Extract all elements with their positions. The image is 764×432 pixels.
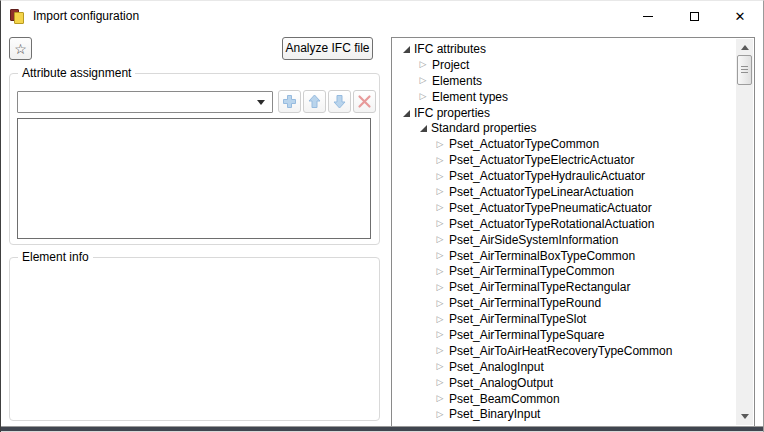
tree-item[interactable]: ▷Pset_ActuatorTypeHydraulicActuator: [392, 168, 736, 184]
tree-item[interactable]: ▷Element types: [392, 89, 736, 105]
chevron-down-icon: [257, 100, 265, 105]
expander-closed-icon[interactable]: ▷: [417, 92, 429, 101]
expander-closed-icon[interactable]: ▷: [434, 187, 446, 196]
tree-item[interactable]: ▷Pset_AirTerminalTypeRound: [392, 295, 736, 311]
expander-closed-icon[interactable]: ▷: [434, 378, 446, 387]
expander-closed-icon[interactable]: ▷: [434, 283, 446, 292]
x-icon: [357, 94, 372, 109]
tree-item[interactable]: ▷Pset_ActuatorTypeCommon: [392, 136, 736, 152]
tree-item[interactable]: ▷Pset_AirTerminalTypeSquare: [392, 327, 736, 343]
expander-closed-icon[interactable]: ▷: [434, 172, 446, 181]
tree-item-label: Elements: [432, 74, 482, 88]
import-configuration-dialog: Import configuration ✕ ☆ Analyze IFC fil…: [0, 0, 764, 432]
scrollbar-thumb[interactable]: [737, 55, 752, 85]
maximize-icon: [690, 12, 699, 21]
tree-item[interactable]: ▷Project: [392, 57, 736, 73]
tree-item-label: Pset_AnalogOutput: [449, 376, 553, 390]
tree-item-label: Pset_AirToAirHeatRecoveryTypeCommon: [449, 344, 672, 358]
tree-item-label: Project: [432, 58, 469, 72]
triangle-down-icon: [741, 414, 749, 419]
expander-closed-icon[interactable]: ▷: [417, 76, 429, 85]
expander-closed-icon[interactable]: ▷: [434, 315, 446, 324]
tree-item-label: Pset_AirSideSystemInformation: [449, 233, 618, 247]
tree-item[interactable]: ▷Pset_BeamCommon: [392, 391, 736, 407]
tree-item[interactable]: ▷Pset_AirTerminalTypeCommon: [392, 263, 736, 279]
scroll-down-button[interactable]: [736, 408, 753, 425]
tree-item[interactable]: ▷Pset_BinaryInput: [392, 406, 736, 422]
tree-item[interactable]: ▷Pset_ActuatorTypePneumaticActuator: [392, 200, 736, 216]
tree-item-label: Pset_AirTerminalBoxTypeCommon: [449, 249, 635, 263]
tree-item[interactable]: ▷Pset_AirTerminalTypeRectangular: [392, 279, 736, 295]
tree-item[interactable]: ▷Pset_AirTerminalTypeSlot: [392, 311, 736, 327]
expander-closed-icon[interactable]: ▷: [434, 140, 446, 149]
tree-item-label: Standard properties: [431, 121, 536, 135]
expander-closed-icon[interactable]: ▷: [434, 235, 446, 244]
tree-item-label: Pset_BeamCommon: [449, 392, 560, 406]
tree-item[interactable]: ▷Pset_ActuatorTypeElectricActuator: [392, 152, 736, 168]
close-button[interactable]: ✕: [717, 1, 763, 31]
expander-closed-icon[interactable]: ▷: [434, 394, 446, 403]
tree-item-label: Pset_AirTerminalTypeRectangular: [449, 280, 630, 294]
attribute-assignment-list[interactable]: [17, 118, 371, 239]
vertical-scrollbar[interactable]: [736, 39, 753, 425]
expander-closed-icon[interactable]: ▷: [434, 267, 446, 276]
favorite-button[interactable]: ☆: [9, 37, 32, 60]
tree-item-label: Pset_AirTerminalTypeSlot: [449, 312, 586, 326]
tree-item[interactable]: ▷Pset_AirToAirHeatRecoveryTypeCommon: [392, 343, 736, 359]
expander-open-icon[interactable]: [399, 42, 411, 56]
tree-item[interactable]: ▷Pset_AnalogInput: [392, 359, 736, 375]
expander-open-icon[interactable]: [416, 121, 428, 135]
expander-closed-icon[interactable]: ▷: [434, 362, 446, 371]
expander-closed-icon[interactable]: ▷: [434, 156, 446, 165]
expander-closed-icon[interactable]: ▷: [434, 219, 446, 228]
tree-item-label: IFC attributes: [414, 42, 486, 56]
expander-open-icon[interactable]: [399, 106, 411, 120]
tree-item[interactable]: IFC attributes: [392, 41, 736, 57]
tree-item-label: Pset_AirTerminalTypeSquare: [449, 328, 604, 342]
ifc-tree: IFC attributes▷Project▷Elements▷Element …: [392, 41, 736, 426]
window-controls: ✕: [625, 1, 763, 31]
expander-closed-icon[interactable]: ▷: [434, 299, 446, 308]
maximize-button[interactable]: [671, 1, 717, 31]
expander-closed-icon[interactable]: ▷: [434, 251, 446, 260]
add-button[interactable]: [278, 90, 301, 113]
tree-item[interactable]: Standard properties: [392, 120, 736, 136]
scrollbar-grip: [741, 66, 748, 74]
analyze-ifc-file-button[interactable]: Analyze IFC file: [282, 37, 373, 60]
plus-icon: [282, 94, 297, 109]
expander-closed-icon[interactable]: ▷: [434, 330, 446, 339]
tree-item-label: Pset_ActuatorTypePneumaticActuator: [449, 201, 652, 215]
title-bar: Import configuration ✕: [1, 1, 763, 31]
expander-closed-icon[interactable]: ▷: [434, 203, 446, 212]
tree-item[interactable]: ▷Pset_ActuatorTypeLinearActuation: [392, 184, 736, 200]
tree-item[interactable]: ▷Pset_AirTerminalBoxTypeCommon: [392, 248, 736, 264]
arrow-up-icon: [307, 94, 322, 109]
tree-item-label: Pset_ActuatorTypeCommon: [449, 137, 599, 151]
move-down-button[interactable]: [328, 90, 351, 113]
tree-item-label: Pset_AirTerminalTypeCommon: [449, 264, 614, 278]
tree-item-label: IFC properties: [414, 106, 490, 120]
tree-item[interactable]: IFC properties: [392, 105, 736, 121]
expander-closed-icon[interactable]: ▷: [434, 410, 446, 419]
expander-closed-icon[interactable]: ▷: [417, 60, 429, 69]
window-title: Import configuration: [33, 1, 139, 31]
scroll-up-button[interactable]: [736, 39, 753, 56]
combobox-input[interactable]: [20, 94, 250, 110]
tree-item[interactable]: ▷Pset_ActuatorTypeRotationalActuation: [392, 216, 736, 232]
tree-item-label: Pset_AnalogInput: [449, 360, 544, 374]
tree-item-label: Pset_ActuatorTypeRotationalActuation: [449, 217, 654, 231]
element-info-group: Element info: [9, 257, 380, 421]
tree-item-label: Pset_ActuatorTypeHydraulicActuator: [449, 169, 645, 183]
minimize-button[interactable]: [625, 1, 671, 31]
delete-button[interactable]: [353, 90, 376, 113]
tree-item[interactable]: ▷Pset_AnalogOutput: [392, 375, 736, 391]
tree-item-label: Pset_BinaryInput: [449, 407, 540, 421]
minimize-icon: [643, 16, 653, 17]
tree-item[interactable]: ▷Pset_AirSideSystemInformation: [392, 232, 736, 248]
tree-item[interactable]: ▷Elements: [392, 73, 736, 89]
attribute-assignment-combobox[interactable]: [17, 91, 273, 113]
ifc-tree-panel: IFC attributes▷Project▷Elements▷Element …: [391, 37, 755, 427]
expander-closed-icon[interactable]: ▷: [434, 346, 446, 355]
window-bottom-edge: [1, 426, 763, 432]
move-up-button[interactable]: [303, 90, 326, 113]
